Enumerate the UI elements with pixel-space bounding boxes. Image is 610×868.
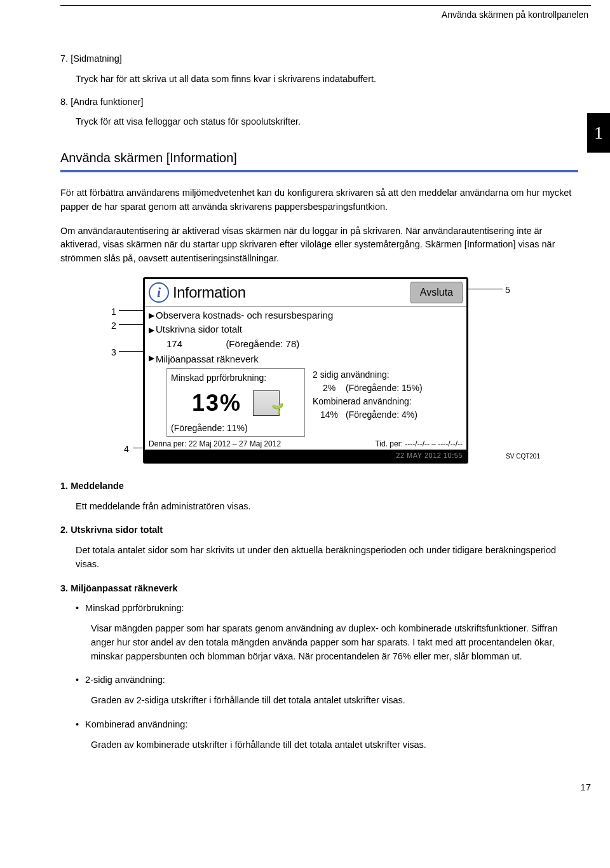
period-now: Denna per: 22 Maj 2012 – 27 Maj 2012 bbox=[149, 438, 375, 450]
b3-body: Graden av kombinerade utskrifter i förhå… bbox=[91, 738, 578, 752]
arrow-icon: ▶ bbox=[149, 324, 154, 336]
b2-label: 2-sidig användning: bbox=[85, 675, 165, 685]
def2-body: Det totala antalet sidor som har skrivit… bbox=[76, 544, 578, 572]
panel-msg: Observera kostnads- och resursbesparing bbox=[156, 308, 333, 323]
period-prev: Tid. per: ----/--/-- – ----/--/-- bbox=[375, 438, 463, 450]
callout-line-1 bbox=[119, 310, 143, 311]
panel-total-label: Utskrivna sidor totalt bbox=[156, 322, 242, 337]
def-item-2: 2. Utskrivna sidor totalt Det totala ant… bbox=[60, 523, 578, 571]
combine-val: 14% bbox=[313, 408, 346, 422]
def1-body: Ett meddelande från administratören visa… bbox=[76, 500, 578, 514]
def-item-3: 3. Miljöanpassat räkneverk Minskad pprfö… bbox=[60, 582, 578, 752]
panel-title: Information bbox=[173, 281, 410, 304]
callout-4: 4 bbox=[124, 443, 129, 456]
page-number: 17 bbox=[60, 780, 591, 795]
panel-divider bbox=[145, 307, 466, 307]
eco-reduce-val: 13% bbox=[192, 386, 241, 420]
header-rule bbox=[60, 5, 591, 6]
def1-title: Meddelande bbox=[71, 481, 124, 491]
callout-1: 1 bbox=[111, 305, 116, 319]
list-item-7: 7. [Sidmatning] Tryck här för att skriva… bbox=[60, 52, 578, 86]
duplex-val: 2% bbox=[313, 382, 346, 395]
printer-panel: i Information Avsluta ▶Observera kostnad… bbox=[143, 277, 468, 464]
callout-line-2 bbox=[119, 324, 143, 325]
exit-button[interactable]: Avsluta bbox=[410, 282, 463, 303]
ol-title-7: [Sidmatning] bbox=[71, 53, 122, 64]
def1-num: 1. bbox=[60, 481, 68, 491]
panel-eco-label: Miljöanpassat räkneverk bbox=[156, 352, 259, 367]
eco-reduce-prev: (Föregående: 11%) bbox=[171, 422, 301, 435]
section-p1: För att förbättra användarens miljömedve… bbox=[60, 186, 578, 214]
ol-title-8: [Andra funktioner] bbox=[71, 97, 143, 107]
def3-num: 3. bbox=[60, 583, 68, 593]
b1-body: Visar mängden papper som har sparats gen… bbox=[91, 622, 578, 663]
bullet-2: 2-sidig användning: bbox=[76, 673, 578, 687]
ol-body-8: Tryck för att visa felloggar och status … bbox=[76, 115, 578, 129]
def3-title: Miljöanpassat räkneverk bbox=[71, 583, 177, 593]
callout-line-5 bbox=[467, 289, 503, 289]
b3-label: Kombinerad användning: bbox=[85, 719, 187, 729]
combine-prev: (Föregående: 4%) bbox=[346, 408, 417, 422]
panel-total-val: 174 bbox=[166, 338, 182, 349]
info-icon: i bbox=[149, 282, 169, 303]
image-id: SV CQT201 bbox=[506, 451, 540, 461]
list-item-8: 8. [Andra funktioner] Tryck för att visa… bbox=[60, 95, 578, 130]
callout-line-3 bbox=[119, 351, 143, 352]
ol-body-7: Tryck här för att skriva ut all data som… bbox=[76, 72, 578, 86]
section-p2: Om användarautentisering är aktiverad vi… bbox=[60, 224, 578, 266]
header-title: Använda skärmen på kontrollpanelen bbox=[60, 8, 591, 22]
callout-3: 3 bbox=[111, 346, 116, 359]
eco-reduce-label: Minskad pprförbrukning: bbox=[171, 371, 301, 385]
panel-statusbar: 22 MAY 2012 10:55 bbox=[145, 450, 466, 462]
arrow-icon: ▶ bbox=[149, 352, 154, 364]
duplex-prev: (Föregående: 15%) bbox=[346, 382, 423, 395]
section-rule bbox=[60, 170, 578, 172]
combine-label: Kombinerad användning: bbox=[313, 395, 463, 408]
ol-num-7: 7. bbox=[60, 53, 68, 64]
paper-stack-icon: 🌱 bbox=[253, 390, 280, 416]
arrow-icon: ▶ bbox=[149, 310, 154, 321]
figure-area: 1 2 3 4 5 i Information Avsluta ▶Observe… bbox=[60, 277, 578, 468]
eco-right-box: 2 sidig användning: 2% (Föregående: 15%)… bbox=[305, 368, 463, 437]
chapter-tab: 1 bbox=[587, 113, 610, 153]
panel-total-prev: (Föregående: 78) bbox=[226, 338, 299, 349]
callout-5: 5 bbox=[505, 284, 510, 297]
bullet-3: Kombinerad användning: bbox=[76, 718, 578, 732]
duplex-label: 2 sidig användning: bbox=[313, 368, 463, 382]
b1-label: Minskad pprförbrukning: bbox=[85, 603, 184, 613]
b2-body: Graden av 2-sidiga utskrifter i förhålla… bbox=[91, 694, 578, 708]
def-item-1: 1. Meddelande Ett meddelande från admini… bbox=[60, 479, 578, 514]
section-title: Använda skärmen [Information] bbox=[60, 148, 578, 167]
callout-2: 2 bbox=[111, 319, 116, 333]
plant-icon: 🌱 bbox=[271, 401, 285, 417]
def2-title: Utskrivna sidor totalt bbox=[71, 525, 163, 535]
eco-left-box: Minskad pprförbrukning: 13% 🌱 (Föregåend… bbox=[166, 368, 305, 437]
ol-num-8: 8. bbox=[60, 97, 68, 107]
def2-num: 2. bbox=[60, 525, 68, 535]
bullet-1: Minskad pprförbrukning: bbox=[76, 602, 578, 616]
